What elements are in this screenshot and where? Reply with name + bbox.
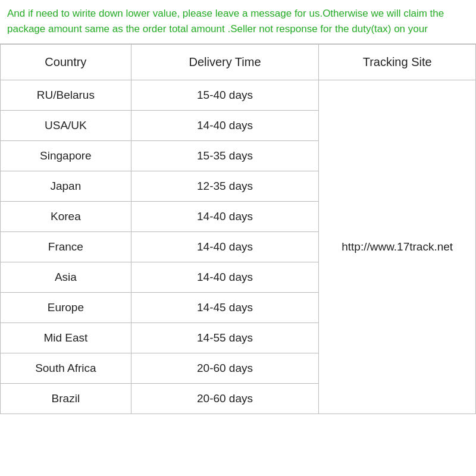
notice-text: And if need to wirite down lower value, … <box>0 0 476 44</box>
table-container: Country Delivery Time Tracking Site RU/B… <box>0 44 476 414</box>
table-header-row: Country Delivery Time Tracking Site <box>1 45 476 80</box>
cell-delivery: 14-40 days <box>131 111 319 141</box>
cell-country: France <box>1 232 131 262</box>
cell-country: USA/UK <box>1 111 131 141</box>
cell-delivery: 20-60 days <box>131 353 319 384</box>
cell-country: Korea <box>1 202 131 232</box>
cell-tracking-site: http://www.17track.net <box>319 80 476 414</box>
cell-delivery: 14-40 days <box>131 262 319 293</box>
cell-delivery: 12-35 days <box>131 171 319 202</box>
delivery-table: Country Delivery Time Tracking Site RU/B… <box>0 44 476 414</box>
header-delivery: Delivery Time <box>131 45 319 80</box>
cell-delivery: 14-45 days <box>131 293 319 323</box>
cell-delivery: 14-40 days <box>131 232 319 262</box>
cell-country: Europe <box>1 293 131 323</box>
cell-delivery: 20-60 days <box>131 384 319 414</box>
cell-country: Singapore <box>1 141 131 171</box>
cell-country: Brazil <box>1 384 131 414</box>
header-tracking: Tracking Site <box>319 45 476 80</box>
notice-container: And if need to wirite down lower value, … <box>0 0 476 44</box>
cell-country: RU/Belarus <box>1 80 131 111</box>
cell-delivery: 15-35 days <box>131 141 319 171</box>
cell-country: Japan <box>1 171 131 202</box>
table-row: RU/Belarus15-40 dayshttp://www.17track.n… <box>1 80 476 111</box>
cell-country: Asia <box>1 262 131 293</box>
cell-country: South Africa <box>1 353 131 384</box>
cell-delivery: 14-40 days <box>131 202 319 232</box>
cell-country: Mid East <box>1 323 131 353</box>
cell-delivery: 15-40 days <box>131 80 319 111</box>
header-country: Country <box>1 45 131 80</box>
cell-delivery: 14-55 days <box>131 323 319 353</box>
